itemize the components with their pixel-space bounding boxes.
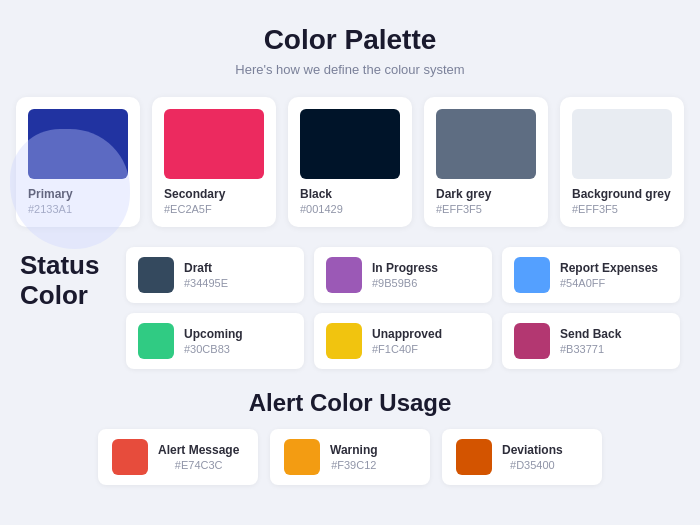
status-color-hex-0: #34495E (184, 277, 228, 289)
alert-title: Alert Color Usage (20, 389, 680, 417)
status-card-0: Draft#34495E (126, 247, 304, 303)
status-info-4: Unapproved#F1C40F (372, 327, 442, 355)
status-info-0: Draft#34495E (184, 261, 228, 289)
color-swatch-3 (436, 109, 536, 179)
status-color-hex-1: #9B59B6 (372, 277, 438, 289)
page-subtitle: Here's how we define the colour system (20, 62, 680, 77)
color-hex-2: #001429 (300, 203, 343, 215)
status-color-name-3: Upcoming (184, 327, 243, 341)
alert-color-name-0: Alert Message (158, 443, 239, 457)
status-swatch-5 (514, 323, 550, 359)
alert-section: Alert Color Usage Alert Message#E74C3CWa… (20, 389, 680, 485)
alert-swatch-1 (284, 439, 320, 475)
status-section: StatusColor Draft#34495EIn Progress#9B59… (20, 247, 680, 369)
color-swatch-1 (164, 109, 264, 179)
status-color-name-5: Send Back (560, 327, 621, 341)
color-name-1: Secondary (164, 187, 225, 201)
status-color-hex-4: #F1C40F (372, 343, 442, 355)
status-section-label: StatusColor (20, 247, 110, 311)
alert-info-0: Alert Message#E74C3C (158, 443, 239, 471)
alert-row: Alert Message#E74C3CWarning#F39C12Deviat… (20, 429, 680, 485)
status-color-name-1: In Progress (372, 261, 438, 275)
primary-color-card-3: Dark grey#EFF3F5 (424, 97, 548, 227)
alert-swatch-0 (112, 439, 148, 475)
primary-color-card-0: Primary#2133A1 (16, 97, 140, 227)
alert-info-2: Deviations#D35400 (502, 443, 563, 471)
status-swatch-3 (138, 323, 174, 359)
status-color-name-4: Unapproved (372, 327, 442, 341)
color-name-3: Dark grey (436, 187, 491, 201)
page-title: Color Palette (20, 24, 680, 56)
status-info-5: Send Back#B33771 (560, 327, 621, 355)
color-swatch-2 (300, 109, 400, 179)
status-grid: Draft#34495EIn Progress#9B59B6Report Exp… (126, 247, 680, 369)
alert-info-1: Warning#F39C12 (330, 443, 378, 471)
status-info-2: Report Expenses#54A0FF (560, 261, 658, 289)
alert-card-2: Deviations#D35400 (442, 429, 602, 485)
alert-color-hex-2: #D35400 (502, 459, 563, 471)
color-swatch-4 (572, 109, 672, 179)
status-color-name-2: Report Expenses (560, 261, 658, 275)
status-card-1: In Progress#9B59B6 (314, 247, 492, 303)
alert-color-name-2: Deviations (502, 443, 563, 457)
alert-color-name-1: Warning (330, 443, 378, 457)
status-color-hex-5: #B33771 (560, 343, 621, 355)
color-name-0: Primary (28, 187, 73, 201)
primary-color-card-1: Secondary#EC2A5F (152, 97, 276, 227)
status-card-2: Report Expenses#54A0FF (502, 247, 680, 303)
status-card-5: Send Back#B33771 (502, 313, 680, 369)
status-color-hex-3: #30CB83 (184, 343, 243, 355)
alert-card-1: Warning#F39C12 (270, 429, 430, 485)
primary-colors-row: Primary#2133A1Secondary#EC2A5FBlack#0014… (20, 97, 680, 227)
status-color-hex-2: #54A0FF (560, 277, 658, 289)
color-hex-3: #EFF3F5 (436, 203, 482, 215)
color-name-4: Background grey (572, 187, 671, 201)
alert-color-hex-0: #E74C3C (158, 459, 239, 471)
status-info-3: Upcoming#30CB83 (184, 327, 243, 355)
status-card-4: Unapproved#F1C40F (314, 313, 492, 369)
alert-card-0: Alert Message#E74C3C (98, 429, 258, 485)
status-swatch-1 (326, 257, 362, 293)
status-swatch-4 (326, 323, 362, 359)
primary-color-card-2: Black#001429 (288, 97, 412, 227)
color-hex-4: #EFF3F5 (572, 203, 618, 215)
primary-color-card-4: Background grey#EFF3F5 (560, 97, 684, 227)
status-color-name-0: Draft (184, 261, 228, 275)
alert-swatch-2 (456, 439, 492, 475)
status-card-3: Upcoming#30CB83 (126, 313, 304, 369)
color-hex-0: #2133A1 (28, 203, 72, 215)
color-swatch-0 (28, 109, 128, 179)
color-hex-1: #EC2A5F (164, 203, 212, 215)
alert-color-hex-1: #F39C12 (330, 459, 378, 471)
color-name-2: Black (300, 187, 332, 201)
status-swatch-2 (514, 257, 550, 293)
status-swatch-0 (138, 257, 174, 293)
status-info-1: In Progress#9B59B6 (372, 261, 438, 289)
